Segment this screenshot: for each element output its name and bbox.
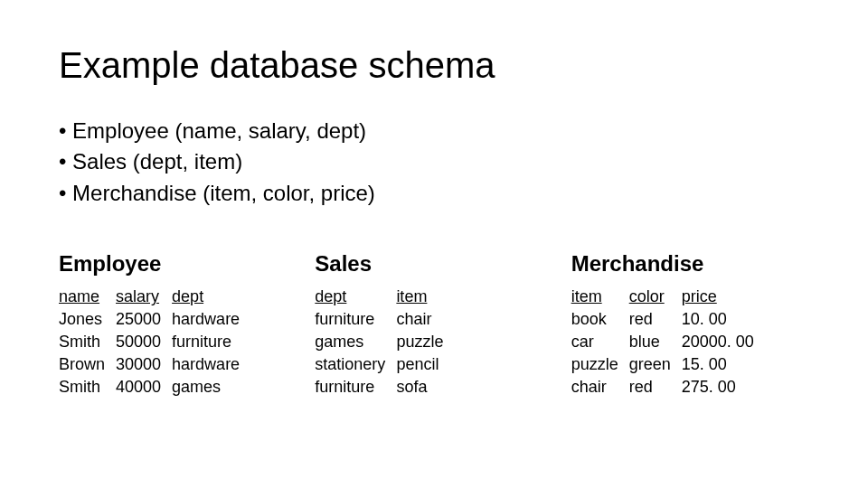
table-row: car blue 20000. 00 (571, 331, 765, 353)
cell: furniture (315, 376, 396, 399)
bullet-item: • Sales (dept, item) (59, 147, 809, 176)
sales-table-title: Sales (315, 251, 552, 277)
bullet-item: • Employee (name, salary, dept) (59, 117, 809, 145)
cell: pencil (396, 353, 454, 376)
cell: 30000 (116, 353, 172, 376)
cell: chair (396, 308, 454, 331)
sales-table: dept item furniture chair games puzzle s… (315, 286, 454, 399)
cell: 40000 (116, 376, 172, 399)
cell: games (315, 331, 396, 353)
col-header: dept (172, 286, 250, 308)
cell: 25000 (116, 308, 172, 331)
cell: puzzle (396, 331, 454, 353)
merchandise-table-title: Merchandise (571, 251, 809, 277)
table-row: book red 10. 00 (571, 308, 765, 331)
bullet-list: • Employee (name, salary, dept) • Sales … (59, 117, 809, 208)
table-row: puzzle green 15. 00 (571, 353, 765, 376)
col-header: item (571, 286, 629, 308)
sales-column: Sales dept item furniture chair games pu… (315, 251, 552, 399)
cell: Jones (59, 308, 116, 331)
cell: Smith (59, 376, 116, 399)
cell: red (629, 376, 682, 399)
cell: book (571, 308, 629, 331)
merchandise-column: Merchandise item color price book red 10… (571, 251, 809, 399)
table-row: Smith 50000 furniture (59, 331, 250, 353)
col-header: name (59, 286, 116, 308)
table-row: chair red 275. 00 (571, 376, 765, 399)
col-header: price (682, 286, 765, 308)
employee-table-title: Employee (59, 251, 297, 277)
employee-table: name salary dept Jones 25000 hardware Sm… (59, 286, 250, 399)
cell: blue (629, 331, 682, 353)
cell: furniture (315, 308, 396, 331)
cell: sofa (396, 376, 454, 399)
table-row: furniture sofa (315, 376, 454, 399)
bullet-item: • Merchandise (item, color, price) (59, 179, 809, 208)
col-header: item (396, 286, 454, 308)
employee-column: Employee name salary dept Jones 25000 ha… (59, 251, 297, 399)
cell: hardware (172, 353, 250, 376)
cell: 50000 (116, 331, 172, 353)
table-row: stationery pencil (315, 353, 454, 376)
table-row: furniture chair (315, 308, 454, 331)
cell: chair (571, 376, 629, 399)
cell: red (629, 308, 682, 331)
cell: puzzle (571, 353, 629, 376)
col-header: color (629, 286, 682, 308)
slide-title: Example database schema (59, 45, 809, 86)
cell: 275. 00 (682, 376, 765, 399)
table-header-row: item color price (571, 286, 765, 308)
cell: 10. 00 (682, 308, 765, 331)
table-row: Brown 30000 hardware (59, 353, 250, 376)
cell: green (629, 353, 682, 376)
cell: hardware (172, 308, 250, 331)
tables-row: Employee name salary dept Jones 25000 ha… (59, 251, 809, 399)
col-header: salary (116, 286, 172, 308)
slide: Example database schema • Employee (name… (0, 0, 868, 426)
table-header-row: name salary dept (59, 286, 250, 308)
table-header-row: dept item (315, 286, 454, 308)
merchandise-table: item color price book red 10. 00 car blu… (571, 286, 765, 399)
cell: car (571, 331, 629, 353)
table-row: Jones 25000 hardware (59, 308, 250, 331)
table-row: games puzzle (315, 331, 454, 353)
cell: Smith (59, 331, 116, 353)
cell: 20000. 00 (682, 331, 765, 353)
cell: furniture (172, 331, 250, 353)
cell: Brown (59, 353, 116, 376)
table-row: Smith 40000 games (59, 376, 250, 399)
cell: games (172, 376, 250, 399)
cell: 15. 00 (682, 353, 765, 376)
cell: stationery (315, 353, 396, 376)
col-header: dept (315, 286, 396, 308)
